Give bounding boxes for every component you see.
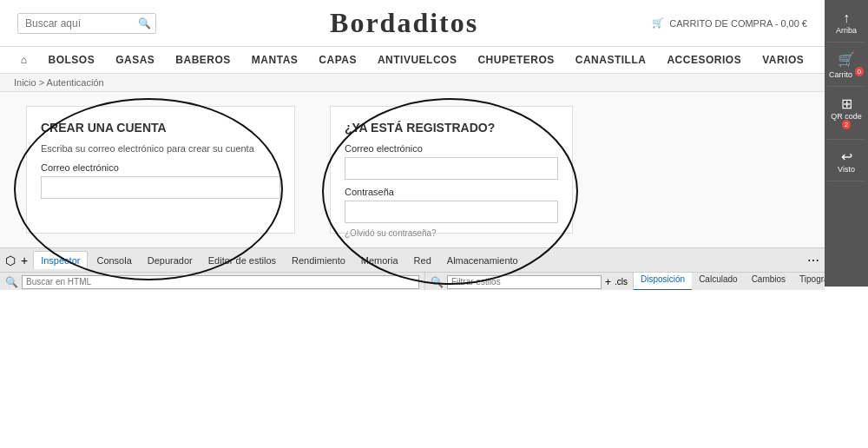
side-action-bar: ↑ Arriba 🛒 Carrito 0 ⊞ QR code 2 ↩ Visto — [825, 0, 868, 287]
cart-area[interactable]: 🛒 CARRITO DE COMPRA - 0,00 € — [652, 17, 807, 29]
cart-badge: 0 — [855, 67, 864, 76]
tab-memoria[interactable]: Memoria — [354, 252, 405, 269]
devtools-more-icon[interactable]: ⋯ — [807, 254, 819, 267]
devtools-body: 🔍 ▶ <a href="https://bordaditos.es/" tit… — [0, 273, 825, 290]
tab-editor[interactable]: Editor de estilos — [201, 252, 283, 269]
nav-accesorios[interactable]: ACCESORIOS — [667, 54, 741, 66]
search-icon-html: 🔍 — [5, 276, 18, 288]
devtools-styles-panel: 🔍 + .cls ▶ Pseudo-elementos Este element… — [425, 273, 634, 290]
nav-baberos[interactable]: BABEROS — [175, 54, 231, 66]
email-input-create[interactable] — [41, 176, 280, 199]
side-btn-visto-label: Visto — [838, 165, 855, 174]
side-btn-qr[interactable]: ⊞ QR code 2 — [827, 89, 865, 140]
visto-icon: ↩ — [829, 148, 864, 165]
tab-tipografia[interactable]: Tipografía — [792, 273, 825, 290]
email-label-create: Correo electrónico — [41, 162, 280, 173]
tab-inspector[interactable]: Inspector — [33, 251, 88, 269]
password-input[interactable] — [345, 201, 558, 223]
create-account-title: CREAR UNA CUENTA — [41, 121, 280, 135]
add-style-icon[interactable]: + — [605, 276, 611, 288]
cart-side-icon: 🛒 — [829, 51, 864, 68]
nav-canastilla[interactable]: CANASTILLA — [575, 54, 647, 66]
login-title: ¿YA ESTÁ REGISTRADO? — [345, 121, 558, 135]
forgot-password[interactable]: ¿Olvidó su contraseña? — [345, 228, 558, 238]
tab-disposicion[interactable]: Disposición — [634, 273, 692, 290]
arrow-up-icon: ↑ — [829, 10, 864, 26]
side-btn-visto[interactable]: ↩ Visto — [827, 142, 865, 181]
cls-button[interactable]: .cls — [615, 277, 628, 287]
devtools-right-tabs: Disposición Calculado Cambios Tipografía — [634, 273, 825, 290]
create-account-box: CREAR UNA CUENTA Escriba su correo elect… — [26, 106, 295, 234]
nav-varios[interactable]: VARIOS — [762, 54, 804, 66]
devtools-panel: ⬡ + Inspector Consola Depurador Editor d… — [0, 248, 825, 290]
tab-calculado[interactable]: Calculado — [692, 273, 744, 290]
nav-mantas[interactable]: MANTAS — [252, 54, 298, 66]
devtools-html-toolbar: 🔍 — [0, 273, 424, 290]
styles-filter-input[interactable] — [447, 275, 602, 289]
nav-gasas[interactable]: GASAS — [115, 54, 155, 66]
search-icon: 🔍 — [138, 17, 151, 30]
site-logo: Bordaditos — [330, 7, 478, 39]
breadcrumb: Inicio > Autenticación — [0, 74, 825, 92]
nav-home[interactable]: ⌂ — [21, 54, 28, 66]
side-btn-arriba[interactable]: ↑ Arriba — [827, 3, 865, 43]
main-content: CREAR UNA CUENTA Escriba su correo elect… — [0, 92, 825, 248]
cart-label: CARRITO DE COMPRA - 0,00 € — [669, 18, 807, 29]
login-box: ¿YA ESTÁ REGISTRADO? Correo electrónico … — [330, 106, 573, 234]
html-search-input[interactable] — [22, 275, 419, 289]
tab-depurador[interactable]: Depurador — [141, 252, 200, 269]
nav-capas[interactable]: CAPAS — [319, 54, 357, 66]
nav-chupeteros[interactable]: CHUPETEROS — [477, 54, 554, 66]
side-btn-carrito[interactable]: 🛒 Carrito 0 — [827, 44, 865, 87]
side-btn-carrito-label: Carrito — [829, 70, 852, 79]
email-input-login[interactable] — [345, 157, 558, 180]
top-header: 🔍 Bordaditos 🛒 CARRITO DE COMPRA - 0,00 … — [0, 0, 825, 47]
devtools-html-panel: 🔍 ▶ <a href="https://bordaditos.es/" tit… — [0, 273, 425, 290]
side-btn-arriba-label: Arriba — [836, 26, 857, 35]
filter-icon: 🔍 — [431, 276, 444, 288]
email-label-login: Correo electrónico — [345, 143, 558, 154]
nav-antivuelcos[interactable]: ANTIVUELCOS — [378, 54, 457, 66]
devtools-select-icon[interactable]: + — [21, 254, 28, 267]
devtools-toolbar: ⬡ + Inspector Consola Depurador Editor d… — [0, 248, 825, 273]
devtools-styles-toolbar: 🔍 + .cls — [425, 273, 633, 290]
create-account-desc: Escriba su correo electrónico para crear… — [41, 143, 280, 154]
tab-rendimiento[interactable]: Rendimiento — [285, 252, 352, 269]
tab-cambios[interactable]: Cambios — [745, 273, 792, 290]
cart-icon: 🛒 — [652, 17, 664, 29]
search-input[interactable] — [25, 17, 138, 30]
password-label: Contraseña — [345, 187, 558, 197]
search-box[interactable]: 🔍 — [17, 13, 156, 34]
qr-badge: 2 — [842, 120, 851, 129]
tab-red[interactable]: Red — [407, 252, 438, 269]
navigation-bar: ⌂ BOLSOS GASAS BABEROS MANTAS CAPAS ANTI… — [0, 47, 825, 74]
tab-consola[interactable]: Consola — [89, 252, 138, 269]
qr-icon: ⊞ — [829, 96, 864, 112]
tab-almacenamiento[interactable]: Almacenamiento — [440, 252, 525, 269]
devtools-right-panel: Disposición Calculado Cambios Tipografía… — [634, 273, 825, 290]
nav-bolsos[interactable]: BOLSOS — [48, 54, 95, 66]
devtools-pointer-icon[interactable]: ⬡ — [5, 254, 16, 267]
